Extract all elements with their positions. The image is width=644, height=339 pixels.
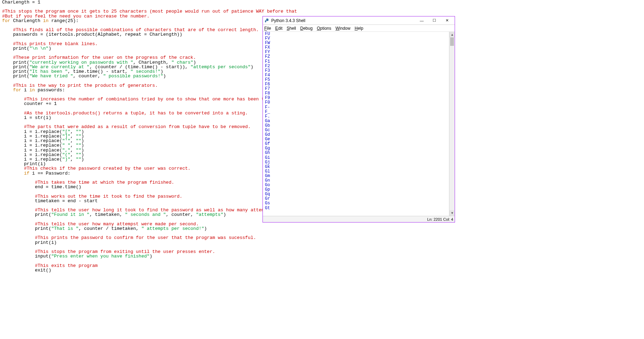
- menubar: FileEditShellDebugOptionsWindowHelp: [263, 25, 455, 32]
- code-line[interactable]: end = time.time(): [2, 185, 261, 189]
- cursor-position: Ln: 2201 Col: 4: [427, 217, 453, 221]
- svg-point-0: [266, 19, 266, 19]
- shell-output-line: F1: [265, 59, 270, 64]
- shell-output-line: Gs: [265, 201, 270, 206]
- code-line[interactable]: timetaken = end - start: [2, 199, 261, 203]
- code-line[interactable]: passwords = (itertools.product(Alphabet,…: [2, 32, 261, 37]
- shell-output-line: Gt: [265, 206, 270, 211]
- menu-edit[interactable]: Edit: [275, 26, 282, 31]
- shell-output-line: Gh: [265, 151, 270, 155]
- shell-output-line: F-: [265, 105, 270, 110]
- menu-file[interactable]: File: [264, 26, 271, 31]
- code-line[interactable]: for CharLength in range(25):: [2, 19, 261, 23]
- shell-output-line: FZ: [265, 55, 270, 59]
- shell-output-line: F_: [265, 110, 270, 114]
- code-line[interactable]: i = str(i): [2, 115, 261, 120]
- shell-output-line: Ga: [265, 119, 270, 123]
- code-line[interactable]: print("That is ", counter / timetaken, "…: [2, 226, 261, 231]
- python-shell-window: Python 3.4.3 Shell — ☐ ✕ FileEditShellDe…: [262, 16, 455, 223]
- code-editor-area[interactable]: CharLength = 1 #This stops the program o…: [2, 0, 261, 273]
- status-bar: Ln: 2201 Col: 4: [263, 216, 455, 222]
- menu-window[interactable]: Window: [336, 26, 351, 31]
- menu-options[interactable]: Options: [317, 26, 331, 31]
- close-button[interactable]: ✕: [441, 17, 453, 24]
- code-line[interactable]: counter += 1: [2, 101, 261, 106]
- shell-output-line: Gk: [265, 165, 270, 169]
- code-line[interactable]: print("We have tried ", counter, " possi…: [2, 74, 261, 78]
- code-line[interactable]: for i in passwords:: [2, 88, 261, 92]
- code-line[interactable]: exit(): [2, 268, 261, 273]
- maximize-button[interactable]: ☐: [428, 17, 441, 24]
- titlebar[interactable]: Python 3.4.3 Shell — ☐ ✕: [263, 16, 455, 25]
- menu-shell[interactable]: Shell: [287, 26, 296, 31]
- code-line[interactable]: input("Press enter when you have finishe…: [2, 254, 261, 259]
- shell-output-line: F0: [265, 100, 270, 105]
- shell-output-line: F4: [265, 73, 270, 78]
- vertical-scrollbar[interactable]: ▲ ▼: [449, 32, 455, 216]
- shell-output-line: F3: [265, 69, 270, 73]
- scroll-track[interactable]: [449, 37, 455, 210]
- minimize-button[interactable]: —: [415, 17, 428, 24]
- code-line[interactable]: if i == Password:: [2, 171, 261, 176]
- shell-output-line: Gi: [265, 156, 270, 160]
- code-line[interactable]: CharLength = 1: [2, 0, 261, 5]
- scroll-up-button[interactable]: ▲: [449, 32, 455, 37]
- window-title: Python 3.4.3 Shell: [271, 18, 415, 23]
- shell-output-line: Gb: [265, 123, 270, 128]
- scroll-down-button[interactable]: ▼: [449, 210, 455, 216]
- code-line[interactable]: print("\n \n"): [2, 46, 261, 51]
- shell-output-line: F2: [265, 64, 270, 69]
- code-line[interactable]: print(i): [2, 240, 261, 245]
- shell-output-line: Gl: [265, 169, 270, 174]
- scroll-thumb[interactable]: [450, 37, 454, 46]
- menu-debug[interactable]: Debug: [300, 26, 313, 31]
- shell-output-line: Gj: [265, 160, 270, 165]
- code-line[interactable]: print("Found it in ", timetaken, " secon…: [2, 212, 261, 217]
- menu-help[interactable]: Help: [355, 26, 363, 31]
- python-icon: [264, 18, 270, 23]
- shell-output-area[interactable]: FUFVFWFXFYFZF1F2F3F4F5F6F7F8F9F0F-F_F.Ga…: [263, 32, 455, 216]
- shell-output-line: F.: [265, 114, 270, 119]
